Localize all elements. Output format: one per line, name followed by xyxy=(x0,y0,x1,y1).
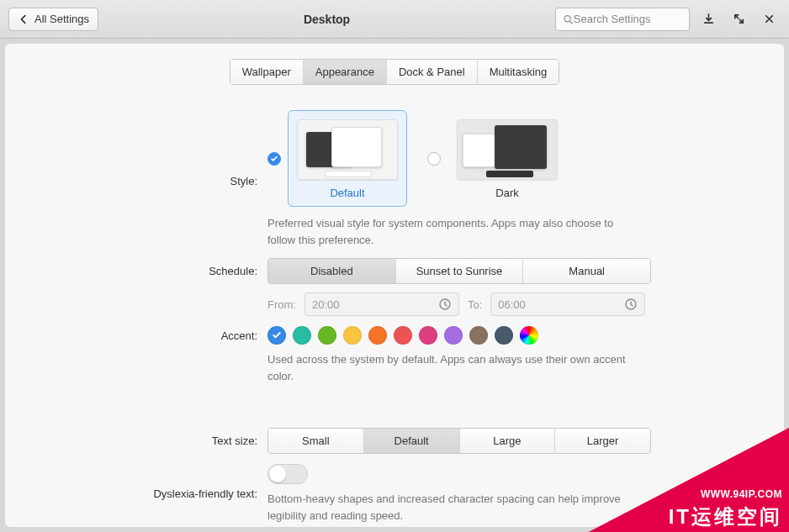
style-thumb-default xyxy=(297,119,398,180)
clock-icon xyxy=(624,298,638,311)
style-field: Default Dark Preferred visual sty xyxy=(267,110,663,248)
accent-swatch-2[interactable] xyxy=(318,326,336,345)
accent-swatch-6[interactable] xyxy=(419,326,437,345)
schedule-opt-sunset[interactable]: Sunset to Sunrise xyxy=(396,259,524,283)
tab-appearance[interactable]: Appearance xyxy=(304,60,387,84)
tabs-group: Wallpaper Appearance Dock & Panel Multit… xyxy=(230,59,560,85)
check-icon xyxy=(270,155,278,163)
style-option-dark-wrap: Dark xyxy=(427,110,567,207)
section-spacer xyxy=(5,394,663,418)
svg-line-1 xyxy=(570,21,572,23)
dyslexia-field: Bottom-heavy shapes and increased charac… xyxy=(267,464,663,524)
style-card-default[interactable]: Default xyxy=(288,110,407,207)
svg-point-0 xyxy=(564,15,570,21)
schedule-segmented: Disabled Sunset to Sunrise Manual xyxy=(267,258,651,284)
search-input[interactable] xyxy=(574,13,682,25)
accent-swatch-8[interactable] xyxy=(469,326,488,345)
clock-icon xyxy=(438,298,452,311)
schedule-to-label: To: xyxy=(468,298,482,311)
dyslexia-switch[interactable] xyxy=(267,464,308,484)
tab-wallpaper[interactable]: Wallpaper xyxy=(230,60,304,84)
close-icon xyxy=(763,13,776,25)
tab-multitasking[interactable]: Multitasking xyxy=(478,60,559,84)
window-title: Desktop xyxy=(105,13,548,26)
style-option-default-wrap: Default xyxy=(267,110,407,207)
arrow-left-icon xyxy=(18,13,29,25)
accent-swatch-1[interactable] xyxy=(293,326,311,345)
textsize-field: Small Default Large Larger xyxy=(267,428,663,454)
style-radio-default[interactable] xyxy=(267,152,281,166)
dyslexia-help-text: Bottom-heavy shapes and increased charac… xyxy=(267,491,638,524)
textsize-opt-larger[interactable]: Larger xyxy=(555,429,650,453)
schedule-opt-manual[interactable]: Manual xyxy=(523,259,650,283)
headerbar: All Settings Desktop xyxy=(0,0,789,39)
back-all-settings-button[interactable]: All Settings xyxy=(8,8,98,31)
schedule-from-value: 20:00 xyxy=(312,298,340,311)
accent-swatch-5[interactable] xyxy=(394,326,412,345)
style-caption-default: Default xyxy=(297,187,398,199)
schedule-field: Disabled Sunset to Sunrise Manual From: … xyxy=(267,258,663,316)
search-settings-box[interactable] xyxy=(555,8,690,31)
style-thumb-dark xyxy=(457,119,558,180)
search-icon xyxy=(563,13,574,25)
textsize-opt-large[interactable]: Large xyxy=(460,429,556,453)
textsize-opt-default[interactable]: Default xyxy=(364,429,460,453)
accent-swatch-4[interactable] xyxy=(368,326,387,345)
textsize-opt-small[interactable]: Small xyxy=(268,429,364,453)
textsize-label: Text size: xyxy=(5,428,257,447)
download-button[interactable] xyxy=(696,8,720,31)
form-grid: Style: Default xyxy=(5,110,784,524)
schedule-from-field[interactable]: 20:00 xyxy=(304,292,459,316)
accent-swatches xyxy=(267,326,663,345)
schedule-times-row: From: 20:00 To: 06:00 xyxy=(267,292,663,316)
tabs-row: Wallpaper Appearance Dock & Panel Multit… xyxy=(5,59,784,85)
style-help-text: Preferred visual style for system compon… xyxy=(267,215,638,248)
accent-swatch-custom[interactable] xyxy=(520,326,538,345)
maximize-button[interactable] xyxy=(727,8,750,31)
content-card: Wallpaper Appearance Dock & Panel Multit… xyxy=(5,44,784,527)
maximize-icon xyxy=(733,13,745,25)
schedule-to-field[interactable]: 06:00 xyxy=(490,292,645,316)
accent-swatch-0[interactable] xyxy=(267,326,286,345)
schedule-label: Schedule: xyxy=(5,258,257,277)
schedule-from-label: From: xyxy=(267,298,296,311)
accent-swatch-3[interactable] xyxy=(343,326,362,345)
back-label: All Settings xyxy=(34,13,89,25)
style-radio-dark[interactable] xyxy=(427,152,441,166)
accent-swatch-9[interactable] xyxy=(495,326,513,345)
accent-field: Used across the system by default. Apps … xyxy=(267,326,663,384)
schedule-opt-disabled[interactable]: Disabled xyxy=(268,259,396,283)
accent-help-text: Used across the system by default. Apps … xyxy=(267,351,638,384)
style-caption-dark: Dark xyxy=(457,187,558,199)
schedule-to-value: 06:00 xyxy=(498,298,526,311)
accent-label: Accent: xyxy=(5,326,257,342)
style-label: Style: xyxy=(5,171,257,187)
close-button[interactable] xyxy=(757,8,781,31)
style-options-row: Default Dark xyxy=(267,110,663,207)
style-card-dark[interactable]: Dark xyxy=(447,110,567,207)
dyslexia-label: Dyslexia-friendly text: xyxy=(5,487,257,500)
download-icon xyxy=(702,13,715,25)
textsize-segmented: Small Default Large Larger xyxy=(267,428,651,454)
check-icon xyxy=(272,330,282,340)
tab-dock-panel[interactable]: Dock & Panel xyxy=(387,60,478,84)
accent-swatch-7[interactable] xyxy=(444,326,463,345)
